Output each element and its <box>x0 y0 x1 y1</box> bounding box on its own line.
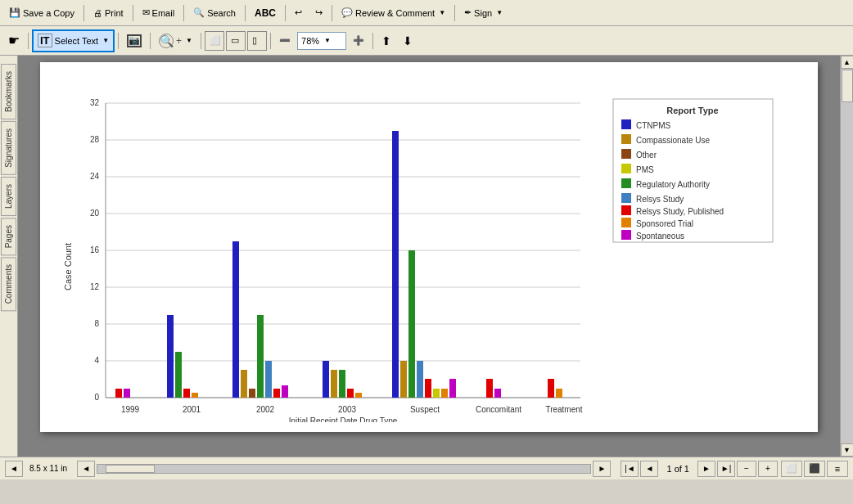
review-dropdown-arrow: ▼ <box>439 9 445 16</box>
svg-rect-23 <box>167 315 174 398</box>
separator <box>133 5 133 21</box>
sign-icon: ✒ <box>464 7 472 18</box>
sidebar-item-bookmarks[interactable]: Bookmarks <box>1 64 16 119</box>
left-sidebar: Bookmarks Signatures Layers Pages Commen… <box>0 56 18 457</box>
spellcheck-button[interactable]: ABC <box>249 2 282 24</box>
svg-rect-26 <box>192 393 198 398</box>
svg-text:Other: Other <box>636 151 657 160</box>
zoom-in-button[interactable]: 🔍 + ▼ <box>154 29 197 52</box>
svg-rect-32 <box>273 389 280 398</box>
horizontal-scroll-area[interactable]: ◄ ► <box>77 461 611 477</box>
svg-rect-46 <box>449 379 456 398</box>
pdf-page: Case Count <box>40 62 818 432</box>
select-text-label: Select Text <box>55 36 99 46</box>
redo-icon: ↪ <box>315 7 323 18</box>
svg-rect-61 <box>621 119 631 129</box>
page-left-button[interactable]: ⬆ <box>377 29 396 52</box>
sidebar-item-signatures[interactable]: Signatures <box>1 121 16 175</box>
zoom-in-nav-button[interactable]: + <box>758 461 778 477</box>
first-page-button[interactable]: |◄ <box>621 461 639 477</box>
scroll-view-button[interactable]: ≡ <box>827 461 848 477</box>
fit-height-button[interactable]: ▯ <box>247 31 267 51</box>
separator <box>372 33 373 49</box>
zoom-out-nav-button[interactable]: − <box>737 461 756 477</box>
separator <box>285 5 286 21</box>
save-copy-button[interactable]: 💾 Save a Copy <box>3 2 80 24</box>
search-button[interactable]: 🔍 Search <box>187 2 241 24</box>
print-button[interactable]: 🖨 Print <box>88 2 129 24</box>
svg-rect-45 <box>441 389 448 398</box>
separator <box>270 33 271 49</box>
zoom-expand-button[interactable]: ➕ <box>348 29 369 52</box>
two-page-view-button[interactable]: ⬛ <box>804 461 825 477</box>
svg-rect-33 <box>282 385 288 398</box>
svg-rect-67 <box>621 164 631 173</box>
svg-rect-37 <box>347 389 354 398</box>
scroll-down-button[interactable]: ▼ <box>841 443 854 457</box>
svg-rect-63 <box>621 134 631 144</box>
redo-button[interactable]: ↪ <box>309 2 328 24</box>
select-text-icon: IT <box>38 34 52 47</box>
single-page-view-button[interactable]: ⬜ <box>781 461 802 477</box>
svg-rect-29 <box>249 389 255 398</box>
hscroll-left-button[interactable]: ◄ <box>77 461 95 477</box>
vertical-scrollbar: ▲ ▼ <box>840 56 853 457</box>
svg-text:Relsys Study: Relsys Study <box>636 195 684 204</box>
hscroll-right-button[interactable]: ► <box>593 461 611 477</box>
bottom-bar: ◄ 8.5 x 11 in ◄ ► |◄ ◄ 1 of 1 ► ►| − + ⬜… <box>0 457 853 479</box>
page-size-label: 8.5 x 11 in <box>26 464 67 473</box>
sign-button[interactable]: ✒ Sign ▼ <box>458 2 508 24</box>
svg-rect-35 <box>331 370 337 398</box>
hand-tool-button[interactable]: ☛ <box>3 29 25 52</box>
fit-width-button[interactable]: ▭ <box>226 31 246 51</box>
scroll-up-button[interactable]: ▲ <box>841 56 854 69</box>
svg-text:20: 20 <box>90 209 100 218</box>
scroll-left-button[interactable]: ◄ <box>5 461 23 477</box>
document-content[interactable]: Case Count <box>18 56 840 457</box>
svg-text:12: 12 <box>90 282 100 291</box>
prev-page-button[interactable]: ◄ <box>640 461 658 477</box>
scroll-thumb[interactable] <box>842 70 853 102</box>
svg-text:1999: 1999 <box>121 405 140 414</box>
sidebar-item-pages[interactable]: Pages <box>1 218 16 255</box>
separator <box>150 33 151 49</box>
sidebar-item-comments[interactable]: Comments <box>1 257 16 311</box>
review-comment-button[interactable]: 💬 Review & Comment ▼ <box>336 2 451 24</box>
hscroll-track[interactable] <box>97 464 591 474</box>
svg-rect-48 <box>494 389 501 398</box>
print-icon: 🖨 <box>93 8 102 18</box>
next-page-button[interactable]: ► <box>697 461 715 477</box>
svg-text:Report Type: Report Type <box>666 106 718 115</box>
page-navigation: |◄ ◄ 1 of 1 ► ►| − + <box>621 461 778 477</box>
sidebar-item-layers[interactable]: Layers <box>1 177 16 216</box>
svg-text:Spontaneous: Spontaneous <box>636 232 684 241</box>
chart-svg: Case Count <box>56 79 793 422</box>
svg-text:PMS: PMS <box>636 165 654 174</box>
svg-text:Concomitant: Concomitant <box>476 405 521 414</box>
svg-text:8: 8 <box>94 319 99 328</box>
svg-text:Case Count: Case Count <box>63 243 73 290</box>
select-text-button[interactable]: IT Select Text ▼ <box>32 29 115 52</box>
zoom-out-button[interactable]: ➖ <box>274 29 296 52</box>
svg-rect-28 <box>241 370 247 398</box>
scroll-track[interactable] <box>841 69 854 443</box>
svg-rect-77 <box>621 230 631 240</box>
zoom-in-icon: 🔍 <box>159 34 174 48</box>
zoom-out-icon: ➖ <box>279 35 291 46</box>
snapshot-button[interactable]: 📷 <box>122 29 147 52</box>
review-icon: 💬 <box>341 7 353 18</box>
email-icon: ✉ <box>142 7 150 18</box>
page-right-button[interactable]: ⬇ <box>398 29 417 52</box>
last-page-button[interactable]: ►| <box>717 461 735 477</box>
hscroll-thumb[interactable] <box>106 465 155 473</box>
fit-page-button[interactable]: ⬜ <box>205 31 224 51</box>
svg-rect-49 <box>548 379 554 398</box>
search-icon: 🔍 <box>193 7 205 18</box>
spellcheck-icon: ABC <box>255 7 276 19</box>
svg-rect-73 <box>621 205 631 215</box>
main-area: Bookmarks Signatures Layers Pages Commen… <box>0 56 853 457</box>
sign-label: Sign <box>474 8 492 18</box>
undo-button[interactable]: ↩ <box>289 2 308 24</box>
email-button[interactable]: ✉ Email <box>137 2 181 24</box>
separator <box>118 33 119 49</box>
